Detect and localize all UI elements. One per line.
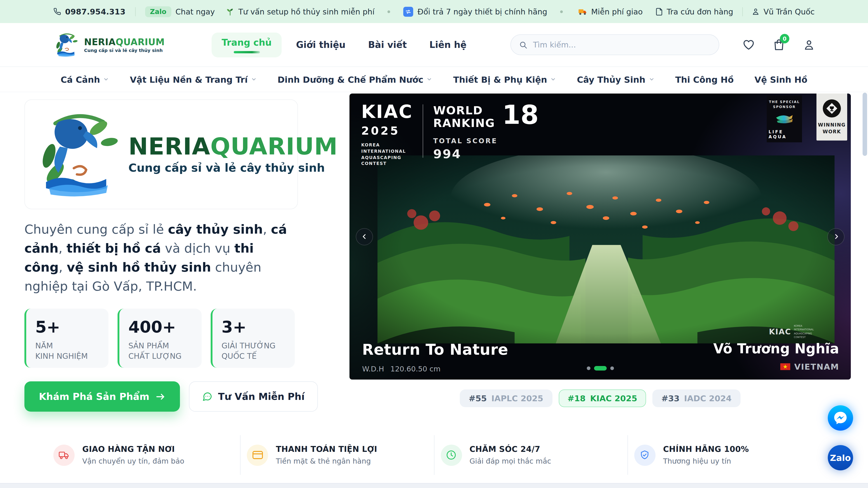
free-shipping: Miễn phí giao [578,7,643,16]
divider [423,104,423,158]
zalo-chat-link[interactable]: Zalo Chat ngay [145,6,215,17]
hero-brand-primary: NERIA [128,133,210,160]
brand-emblem-large [32,108,125,201]
contest-info: KIAC 2025 KOREA INTERNATIONAL AQUASCAPIN… [361,103,539,167]
wishlist-button[interactable] [743,39,754,50]
cart-button[interactable]: 0 [774,39,784,51]
main-content: NERIAQUARIUM Cung cấp sỉ và lẻ cây thủy … [0,92,868,412]
aquascape-photo [377,156,835,344]
carousel-dot[interactable] [587,366,590,370]
promo-setup: Tư vấn setup hồ thủy sinh miễn phí [226,7,375,16]
scrollbar-thumb[interactable] [863,93,867,156]
award-iaplc[interactable]: #55 IAPLC 2025 [460,390,552,407]
ranking-value: 18 [502,103,539,127]
topbar-left: 0987.954.313 Zalo Chat ngay Tư vấn setup… [53,6,569,17]
user-icon [752,8,760,15]
free-shipping-text: Miễn phí giao [591,7,643,16]
credit-card-icon [247,445,268,466]
feature-support: CHĂM SÓC 24/7 Giải đáp mọi thắc mắc [440,445,621,466]
stats-row: 5+ NĂMKINH NGHIỆM 400+ SẢN PHẨMCHẤT LƯỢN… [24,308,301,368]
header: NERIAQUARIUM Cung cấp sỉ và lẻ cây thủy … [0,23,868,66]
brand-text: NERIAQUARIUM Cung cấp sỉ và lẻ cây thủy … [84,37,164,53]
ranking-label: WORLD RANKING [433,104,495,130]
zalo-button[interactable]: Zalo [828,445,853,470]
cat-substrate[interactable]: Vật Liệu Nền & Trang Trí [130,74,257,84]
account-link[interactable]: Vũ Trần Quốc [752,7,815,16]
hero-left: NERIAQUARIUM Cung cấp sỉ và lẻ cây thủy … [24,99,301,412]
header-icons: 0 [743,39,815,51]
hero-intro-text: Chuyên cung cấp sỉ lẻ cây thủy sinh, cá … [24,220,296,296]
feature-payment: THANH TOÁN TIỆN LỢI Tiền mặt & thẻ ngân … [247,445,428,466]
messenger-button[interactable] [828,405,853,431]
hero-brand-text: NERIAQUARIUM Cung cấp sỉ và lẻ cây thủy … [128,134,338,174]
search-bar[interactable] [510,34,719,55]
chat-bubble-icon [202,391,213,402]
topbar: 0987.954.313 Zalo Chat ngay Tư vấn setup… [0,0,868,23]
zalo-badge: Zalo [145,6,171,17]
brand-logo[interactable]: NERIAQUARIUM Cung cấp sỉ và lẻ cây thủy … [53,32,164,58]
chevron-down-icon [649,76,654,82]
active-underline [234,51,260,53]
clock-icon [440,445,462,466]
hero-brand-tagline: Cung cấp sỉ và lẻ cây thủy sinh [128,162,338,175]
cat-plants[interactable]: Cây Thủy Sinh [577,74,654,84]
sponsor-panel: THE SPECIALSPONSOR LIFE AQUA [767,95,802,142]
cat-tank-clean[interactable]: Vệ Sinh Hồ [754,74,807,84]
topbar-right: Miễn phí giao Tra cứu đơn hàng Vũ Trần Q… [578,7,815,16]
brand-primary: NERIA [84,36,116,47]
exchange-icon [403,6,413,17]
order-doc-icon [655,7,662,15]
divider [627,435,628,475]
feature-delivery: GIAO HÀNG TẬN NƠI Vận chuyển uy tín, đảm… [53,445,234,466]
truck-icon [53,445,74,466]
account-name: Vũ Trần Quốc [764,7,815,16]
award-carousel: KIAC 2025 KOREA INTERNATIONAL AQUASCAPIN… [349,94,851,380]
cat-fish[interactable]: Cá Cảnh [61,74,109,84]
cat-tank-build[interactable]: Thi Công Hồ [675,74,734,84]
carousel-dots [587,366,614,370]
carousel-prev-button[interactable] [356,228,373,245]
nav-about[interactable]: Giới thiệu [288,34,354,56]
sponsor-brand: LIFE AQUA [769,129,800,139]
award-iadc[interactable]: #33 IADC 2024 [652,390,741,407]
cat-nutrition[interactable]: Dinh Dưỡng & Chế Phẩm Nước [278,74,432,84]
nav-blog[interactable]: Bài viết [360,34,415,56]
chevron-right-icon [833,233,839,240]
category-nav: Cá Cảnh Vật Liệu Nền & Trang Trí Dinh Dư… [0,66,868,92]
cat-equipment[interactable]: Thiết Bị & Phụ Kiện [453,74,556,84]
order-lookup-link[interactable]: Tra cứu đơn hàng [655,7,733,16]
features-strip: GIAO HÀNG TẬN NƠI Vận chuyển uy tín, đảm… [0,435,868,475]
account-button[interactable] [803,39,815,51]
nav-home-label: Trang chủ [221,37,272,48]
phone-link[interactable]: 0987.954.313 [53,7,125,16]
explore-products-button[interactable]: Khám Phá Sản Phẩm [24,381,180,412]
shield-check-icon [634,445,655,466]
zalo-chat-label: Chat ngay [176,7,215,16]
truck-icon [578,8,587,15]
ranking-block: WORLD RANKING 18 TOTAL SCORE 994 [433,103,539,167]
feature-authentic: CHÍNH HÃNG 100% Thương hiệu uy tín [634,445,815,466]
main-nav: Trang chủ Giới thiệu Bài viết Liên hệ [212,32,474,57]
nav-home[interactable]: Trang chủ [212,32,281,57]
brand-emblem [53,32,80,58]
hero-brand-secondary: QUARIUM [210,133,338,160]
award-kiac[interactable]: #18 KIAC 2025 [559,390,646,407]
awards-row: #55 IAPLC 2025 #18 KIAC 2025 #33 IADC 20… [349,390,851,407]
carousel-dot[interactable] [610,366,614,370]
carousel-dot-active[interactable] [594,366,607,370]
entry-country: VIETNAM [794,362,839,371]
carousel-next-button[interactable] [827,228,844,245]
sponsor-fish-logo [774,113,794,126]
divider [742,7,743,16]
chevron-down-icon [427,76,432,82]
arrow-right-icon [156,392,166,400]
entry-info: Return To Nature W.D.H 120.60.50 cm [362,341,508,373]
nav-contact[interactable]: Liên hệ [421,34,475,56]
brand-secondary: QUARIUM [116,36,164,47]
dot-separator [388,10,391,13]
search-input[interactable] [532,40,711,50]
cart-count-badge: 0 [780,34,789,43]
hero-logo-card: NERIAQUARIUM Cung cấp sỉ và lẻ cây thủy … [24,99,298,209]
seedling-icon [226,7,235,15]
free-consult-button[interactable]: Tư Vấn Miễn Phí [189,381,318,412]
